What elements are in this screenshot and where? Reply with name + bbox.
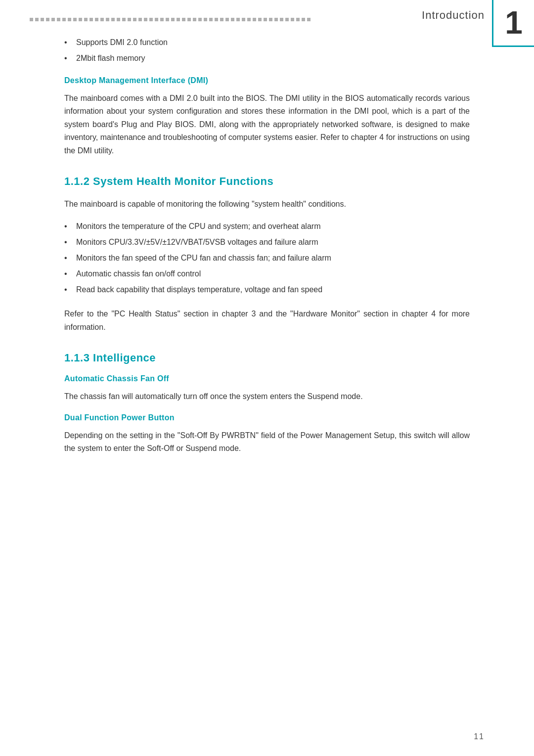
decorative-dot [117, 18, 120, 21]
section-112-intro: The mainboard is capable of monitoring t… [64, 198, 470, 211]
section-112-block: 1.1.2 System Health Monitor Functions Th… [64, 175, 470, 334]
section-112-heading: 1.1.2 System Health Monitor Functions [64, 175, 470, 188]
auto-chassis-fan-heading: Automatic Chassis Fan Off [64, 374, 470, 383]
decorative-dot [215, 18, 218, 21]
decorative-dot [280, 18, 283, 21]
decorative-dot [95, 18, 98, 21]
dmi-heading: Desktop Management Interface (DMI) [64, 76, 470, 85]
decorative-dot [144, 18, 147, 21]
page-container: Introduction 1 Supports DMI 2.0 function… [0, 0, 534, 756]
decorative-dot [291, 18, 294, 21]
decorative-dot [41, 18, 44, 21]
dmi-section: Desktop Management Interface (DMI) The m… [64, 76, 470, 157]
dual-function-paragraph: Depending on the setting in the "Soft-Of… [64, 429, 470, 455]
decorative-dot [285, 18, 289, 21]
decorative-dot [253, 18, 256, 21]
decorative-dot [177, 18, 180, 21]
auto-chassis-fan-block: Automatic Chassis Fan Off The chassis fa… [64, 374, 470, 403]
decorative-dot [307, 18, 311, 21]
decorative-dot [155, 18, 158, 21]
decorative-dot [138, 18, 142, 21]
decorative-dot [264, 18, 267, 21]
decorative-dot [274, 18, 278, 21]
decorative-dot [35, 18, 39, 21]
decorative-dot [51, 18, 55, 21]
decorative-dot [106, 18, 109, 21]
dual-function-heading: Dual Function Power Button [64, 413, 470, 422]
dual-function-block: Dual Function Power Button Depending on … [64, 413, 470, 455]
list-item: Supports DMI 2.0 function [64, 37, 470, 48]
decorative-dot [57, 18, 60, 21]
decorative-dot [133, 18, 136, 21]
decorative-dot [182, 18, 185, 21]
decorative-dot [160, 18, 164, 21]
decorative-dot [258, 18, 262, 21]
header-bar: Introduction 1 [0, 0, 534, 22]
chapter-number-box: 1 [492, 0, 534, 47]
list-item: Monitors CPU/3.3V/±5V/±12V/VBAT/5VSB vol… [64, 236, 470, 248]
decorative-dot [89, 18, 93, 21]
list-item: Monitors the temperature of the CPU and … [64, 221, 470, 232]
dots-line [30, 18, 455, 21]
section-112-bullet-list: Monitors the temperature of the CPU and … [64, 221, 470, 296]
decorative-dot [247, 18, 251, 21]
initial-bullet-list: Supports DMI 2.0 function 2Mbit flash me… [64, 37, 470, 64]
decorative-dot [220, 18, 223, 21]
decorative-dot [187, 18, 191, 21]
decorative-dot [225, 18, 229, 21]
decorative-dot [100, 18, 104, 21]
decorative-dot [122, 18, 126, 21]
decorative-dot [62, 18, 66, 21]
page-number: 11 [474, 732, 485, 741]
decorative-dot [68, 18, 71, 21]
decorative-dot [193, 18, 196, 21]
decorative-dot [79, 18, 82, 21]
decorative-dot [198, 18, 202, 21]
list-item: 2Mbit flash memory [64, 52, 470, 64]
content-area: Supports DMI 2.0 function 2Mbit flash me… [0, 37, 534, 494]
section-113-heading: 1.1.3 Intelligence [64, 352, 470, 364]
decorative-dot [236, 18, 240, 21]
decorative-dot [302, 18, 305, 21]
decorative-dot [242, 18, 245, 21]
section-112-footer: Refer to the "PC Health Status" section … [64, 308, 470, 334]
dmi-paragraph: The mainboard comes with a DMI 2.0 built… [64, 92, 470, 157]
decorative-dot [296, 18, 300, 21]
list-item: Automatic chassis fan on/off control [64, 268, 470, 280]
decorative-dot [166, 18, 169, 21]
decorative-dot [204, 18, 207, 21]
decorative-dot [231, 18, 234, 21]
decorative-dot [111, 18, 115, 21]
auto-chassis-fan-paragraph: The chassis fan will automatically turn … [64, 390, 470, 403]
list-item: Read back capability that displays tempe… [64, 284, 470, 296]
decorative-dot [149, 18, 153, 21]
decorative-dot [269, 18, 272, 21]
decorative-dot [73, 18, 77, 21]
decorative-dot [84, 18, 88, 21]
chapter-number: 1 [505, 7, 523, 39]
header-title-area: Introduction [422, 9, 485, 22]
decorative-dot [128, 18, 131, 21]
section-113-block: 1.1.3 Intelligence Automatic Chassis Fan… [64, 352, 470, 455]
decorative-dot [30, 18, 33, 21]
list-item: Monitors the fan speed of the CPU fan an… [64, 252, 470, 264]
decorative-dot [209, 18, 213, 21]
page-title: Introduction [422, 9, 485, 22]
decorative-dot [46, 18, 49, 21]
decorative-dot [171, 18, 175, 21]
